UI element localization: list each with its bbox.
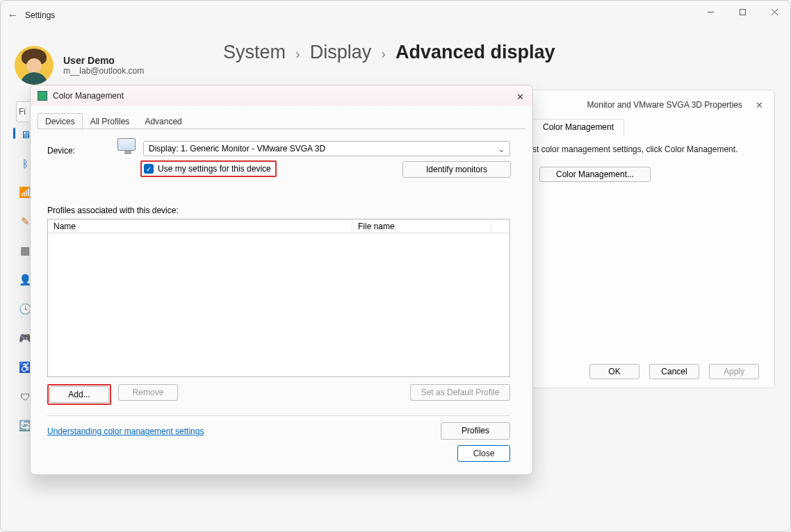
minimize-button[interactable] [694,1,726,23]
ok-button[interactable]: OK [589,364,639,379]
add-button[interactable]: Add... [49,386,109,403]
color-management-launch-button[interactable]: Color Management... [539,167,651,182]
back-button[interactable]: ← [1,9,25,22]
dialog-title: Color Management [53,91,124,101]
profiles-button[interactable]: Profiles [441,422,510,440]
avatar [15,46,54,85]
chevron-right-icon: › [381,46,386,62]
divider [47,415,510,416]
window-close-button[interactable] [758,1,790,23]
svg-rect-1 [740,9,745,15]
close-icon[interactable]: ✕ [752,98,766,112]
color-management-dialog: Color Management ✕ Devices All Profiles … [30,85,533,475]
device-select[interactable]: Display: 1. Generic Monitor - VMware SVG… [143,141,510,156]
tab-divider [38,128,525,129]
window-title: Settings [25,10,55,20]
tab-all-profiles[interactable]: All Profiles [83,113,138,130]
crumb-system[interactable]: System [223,42,286,63]
breadcrumb: System › Display › Advanced display [223,42,555,63]
user-name: User Demo [63,55,144,66]
monitor-icon [117,138,138,155]
profiles-table[interactable]: Name File name [47,219,510,377]
set-default-profile-button: Set as Default Profile [410,384,510,401]
checkbox-checked-icon: ✓ [144,164,154,174]
cancel-button[interactable]: Cancel [649,364,699,379]
use-my-settings-checkbox[interactable]: ✓ Use my settings for this device [140,160,277,177]
use-my-settings-label: Use my settings for this device [158,164,271,174]
crumb-advanced-display: Advanced display [396,42,555,63]
close-icon[interactable]: ✕ [513,90,527,103]
remove-button: Remove [118,384,178,401]
crumb-display[interactable]: Display [310,42,372,63]
tab-devices[interactable]: Devices [38,113,83,130]
props-help-text: st color management settings, click Colo… [532,144,737,154]
props-title: Monitor and VMware SVGA 3D Properties [587,100,742,110]
sidebar-selection-indicator [13,128,15,139]
maximize-button[interactable] [726,1,758,23]
color-management-icon [38,91,47,101]
search-input[interactable]: Fi [16,101,31,122]
device-label: Device: [47,146,75,156]
tab-advanced[interactable]: Advanced [137,113,189,130]
apply-button: Apply [709,364,759,379]
user-email: m__lab@outlook.com [63,66,144,76]
col-name[interactable]: Name [48,219,352,233]
identify-monitors-button[interactable]: Identify monitors [402,161,511,178]
tab-color-management[interactable]: Color Management [532,119,624,135]
profiles-label: Profiles associated with this device: [47,206,179,215]
chevron-right-icon: › [295,46,300,62]
close-button[interactable]: Close [457,445,510,462]
help-link[interactable]: Understanding color management settings [47,426,204,436]
col-file[interactable]: File name [352,219,491,233]
